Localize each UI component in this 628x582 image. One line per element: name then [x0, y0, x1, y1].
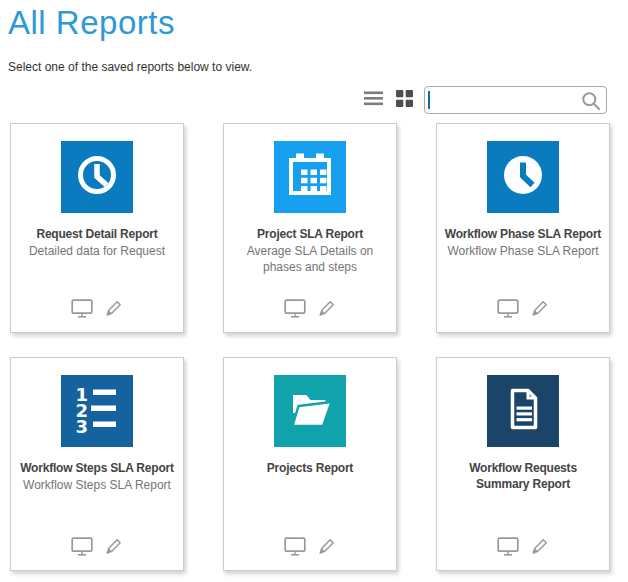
edit-report-button[interactable]	[104, 298, 124, 321]
svg-text:3: 3	[75, 416, 88, 437]
report-subtitle: Average SLA Details on phases and steps	[224, 243, 396, 275]
report-title: Workflow Requests Summary Report	[437, 460, 609, 492]
all-reports-page: All Reports Select one of the saved repo…	[0, 4, 628, 571]
pencil-icon	[530, 536, 550, 559]
grid-view-icon	[396, 90, 413, 110]
clock-solid-icon	[487, 139, 559, 215]
report-card-request-detail-report[interactable]: Request Detail Report Detailed data for …	[10, 123, 184, 333]
report-title: Workflow Steps SLA Report	[11, 460, 183, 476]
toolbar	[0, 86, 607, 114]
pencil-icon	[104, 536, 124, 559]
report-title: Workflow Phase SLA Report	[437, 226, 609, 242]
edit-report-button[interactable]	[317, 536, 337, 559]
monitor-icon	[497, 299, 519, 321]
card-actions	[11, 536, 183, 559]
report-subtitle: Detailed data for Request	[11, 243, 183, 259]
text-caret	[428, 91, 430, 109]
monitor-icon	[284, 537, 306, 559]
monitor-icon	[71, 537, 93, 559]
list-view-button[interactable]	[362, 89, 385, 111]
report-card-workflow-steps-sla-report[interactable]: 1 2 3 Workflow Steps SLA Report Workflow…	[10, 357, 184, 571]
report-card-projects-report[interactable]: Projects Report	[223, 357, 397, 571]
view-report-button[interactable]	[284, 299, 306, 321]
monitor-icon	[497, 537, 519, 559]
calendar-icon	[274, 139, 346, 215]
grid-view-button[interactable]	[394, 88, 415, 112]
view-report-button[interactable]	[71, 299, 93, 321]
report-tile	[487, 141, 559, 213]
report-tile	[274, 375, 346, 447]
folder-open-icon	[274, 373, 346, 449]
view-report-button[interactable]	[497, 537, 519, 559]
view-report-button[interactable]	[497, 299, 519, 321]
card-actions	[437, 536, 609, 559]
edit-report-button[interactable]	[530, 298, 550, 321]
report-card-project-sla-report[interactable]: Project SLA Report Average SLA Details o…	[223, 123, 397, 333]
report-cards-grid: Request Detail Report Detailed data for …	[10, 123, 628, 571]
report-tile	[487, 375, 559, 447]
report-card-workflow-phase-sla-report[interactable]: Workflow Phase SLA Report Workflow Phase…	[436, 123, 610, 333]
document-icon	[487, 373, 559, 449]
report-card-workflow-requests-summary-report[interactable]: Workflow Requests Summary Report	[436, 357, 610, 571]
pencil-icon	[317, 536, 337, 559]
view-report-button[interactable]	[71, 537, 93, 559]
search-box[interactable]	[424, 86, 607, 114]
pencil-icon	[530, 298, 550, 321]
report-tile: 1 2 3	[61, 375, 133, 447]
edit-report-button[interactable]	[104, 536, 124, 559]
edit-report-button[interactable]	[530, 536, 550, 559]
report-title: Project SLA Report	[224, 226, 396, 242]
report-subtitle: Workflow Phase SLA Report	[437, 243, 609, 259]
monitor-icon	[284, 299, 306, 321]
report-subtitle: Workflow Steps SLA Report	[11, 477, 183, 493]
list-view-icon	[364, 91, 383, 109]
edit-report-button[interactable]	[317, 298, 337, 321]
card-actions	[437, 298, 609, 321]
card-actions	[224, 536, 396, 559]
monitor-icon	[71, 299, 93, 321]
pencil-icon	[104, 298, 124, 321]
report-title: Request Detail Report	[11, 226, 183, 242]
card-actions	[11, 298, 183, 321]
clock-outline-icon	[61, 139, 133, 215]
numbered-list-icon: 1 2 3	[61, 373, 133, 449]
pencil-icon	[317, 298, 337, 321]
page-title: All Reports	[8, 4, 628, 42]
card-actions	[224, 298, 396, 321]
page-subtitle: Select one of the saved reports below to…	[8, 60, 628, 74]
report-title: Projects Report	[224, 460, 396, 476]
report-tile	[274, 141, 346, 213]
search-icon[interactable]	[581, 91, 601, 115]
report-tile	[61, 141, 133, 213]
view-report-button[interactable]	[284, 537, 306, 559]
